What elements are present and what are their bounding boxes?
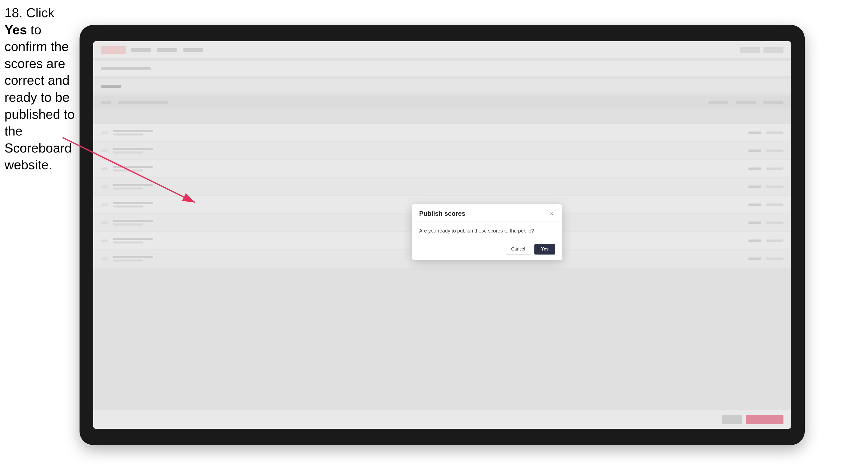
modal-close-button[interactable]: × bbox=[548, 210, 555, 217]
instruction-text: 18. Click Yes to confirm the scores are … bbox=[4, 4, 78, 174]
tablet-screen: Publish scores × Are you ready to publis… bbox=[93, 41, 791, 429]
instruction-part1: Click bbox=[23, 5, 54, 20]
tablet-frame: Publish scores × Are you ready to publis… bbox=[80, 25, 805, 445]
modal-message: Are you ready to publish these scores to… bbox=[419, 227, 555, 234]
modal-header: Publish scores × bbox=[412, 204, 562, 222]
modal-footer: Cancel Yes bbox=[412, 240, 562, 260]
step-number: 18. bbox=[4, 5, 23, 20]
instruction-part2: to confirm the scores are correct and re… bbox=[4, 23, 74, 172]
instruction-bold: Yes bbox=[4, 23, 27, 37]
modal-title: Publish scores bbox=[419, 210, 465, 218]
cancel-button[interactable]: Cancel bbox=[505, 244, 531, 254]
publish-scores-modal: Publish scores × Are you ready to publis… bbox=[412, 204, 562, 260]
modal-body: Are you ready to publish these scores to… bbox=[412, 222, 562, 240]
yes-button[interactable]: Yes bbox=[534, 244, 555, 254]
